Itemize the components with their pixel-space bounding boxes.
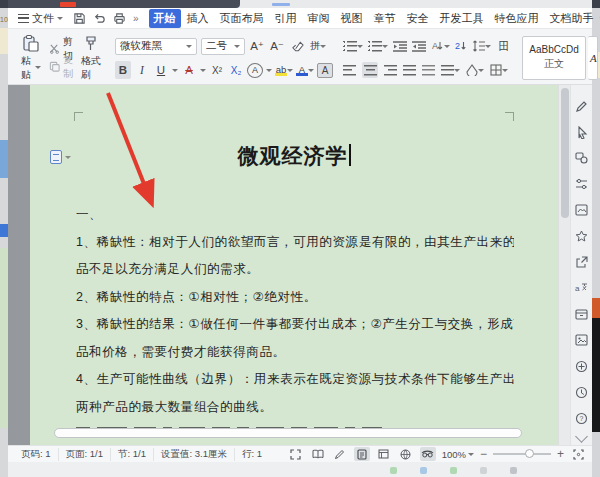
tab-page-layout[interactable]: 页面布局 (215, 9, 269, 28)
document-title[interactable]: 微观经济学 (30, 142, 558, 170)
read-mode-button[interactable] (310, 447, 326, 461)
web-view-button[interactable] (398, 447, 414, 461)
print-icon[interactable] (113, 12, 126, 25)
paste-button[interactable]: 粘贴 (17, 33, 45, 83)
pinyin-guide-button[interactable]: 拼 (309, 37, 327, 55)
tab-security[interactable]: 安全 (402, 9, 434, 28)
vertical-scrollbar[interactable] (558, 85, 570, 445)
help-circle-button[interactable]: ? (571, 405, 593, 431)
align-right-button[interactable] (384, 65, 397, 76)
tab-view[interactable]: 视图 (336, 9, 368, 28)
shapes-button[interactable] (571, 145, 593, 171)
text-line[interactable]: 两种产品的最大数量组合的曲线。 (76, 394, 514, 422)
navigation-compass-button[interactable] (571, 353, 593, 379)
style-normal[interactable]: AaBbCcDd 正文 (522, 36, 586, 80)
tab-review[interactable]: 审阅 (303, 9, 335, 28)
numbered-list-button[interactable] (368, 41, 388, 52)
increase-indent-button[interactable] (412, 41, 426, 52)
text-line[interactable]: 品不足以充分满足人们的需求。 (76, 256, 514, 284)
write-mode-button[interactable] (332, 447, 348, 461)
decrease-indent-button[interactable] (393, 41, 407, 52)
chevron-down-icon (35, 66, 41, 69)
tab-developer[interactable]: 开发工具 (435, 9, 489, 28)
text-line[interactable]: 2、稀缺性的特点：①相对性；②绝对性。 (76, 284, 514, 312)
style-partial-next[interactable]: A (588, 36, 598, 80)
layout-image-button[interactable] (571, 197, 593, 223)
file-menu-button[interactable]: 文件 (14, 11, 67, 26)
shading-button[interactable] (466, 64, 484, 76)
decrease-font-button[interactable]: A⁻ (269, 37, 285, 55)
paragraph-spacing-button[interactable] (472, 40, 491, 52)
sort-button[interactable]: 2 (455, 40, 467, 52)
image-tool-button[interactable] (571, 327, 593, 353)
text-line[interactable]: 4、生产可能性曲线（边界）：用来表示在既定资源与技术条件下能够生产出来的 (76, 366, 514, 394)
rail-collapse-chevron-icon[interactable] (575, 430, 588, 443)
text-line[interactable]: 品和价格，需要付费才能获得商品。 (76, 339, 514, 367)
status-line-number[interactable]: 行: 1 (235, 448, 269, 461)
status-page-count[interactable]: 页面: 1/1 (59, 448, 112, 461)
document-body[interactable]: 一、 1、稀缺性：相对于人们的欲望而言，可用的资源是有限的，由其生产出来的产 品… (76, 201, 514, 421)
status-page-number[interactable]: 页码: 1 (14, 448, 59, 461)
fit-page-button[interactable] (570, 447, 586, 461)
tab-references[interactable]: 引用 (270, 9, 302, 28)
clear-format-button[interactable] (289, 37, 305, 55)
text-line[interactable]: 3、稀缺性的结果：①做任何一件事都要付出成本；②产生分工与交换，形成商 (76, 311, 514, 339)
align-left-button[interactable] (343, 65, 356, 76)
tab-section[interactable]: 章节 (369, 9, 401, 28)
strikethrough-button[interactable]: A (181, 61, 197, 79)
text-line[interactable]: 一、 (76, 201, 514, 229)
zoom-out-button[interactable]: − (480, 449, 487, 459)
font-color-button[interactable]: A (296, 64, 314, 76)
horizontal-scrollbar[interactable] (54, 428, 522, 438)
align-justify-button[interactable] (403, 65, 416, 76)
favorites-star-button[interactable] (571, 223, 593, 249)
outline-view-button[interactable] (376, 447, 392, 461)
increase-font-button[interactable]: A⁺ (249, 37, 265, 55)
zoom-in-button[interactable]: + (557, 449, 564, 459)
page-view-button[interactable] (354, 447, 370, 461)
select-cursor-button[interactable] (571, 119, 593, 145)
zoom-slider-handle[interactable] (525, 449, 534, 458)
text-direction-button[interactable]: A (431, 40, 450, 52)
tab-doc-assistant[interactable]: 文档助手 (545, 9, 599, 28)
distribute-button[interactable] (422, 65, 435, 76)
zoom-level[interactable]: 100% (442, 449, 474, 460)
enclose-characters-button[interactable]: A (247, 63, 263, 78)
fullscreen-view-button[interactable] (288, 447, 304, 461)
tab-insert[interactable]: 插入 (182, 9, 214, 28)
italic-button[interactable]: I (134, 61, 150, 79)
copy-button[interactable]: 复制 (49, 59, 73, 74)
text-line[interactable]: 1、稀缺性：相对于人们的欲望而言，可用的资源是有限的，由其生产出来的产 (76, 229, 514, 257)
insert-table-button[interactable]: 田 (496, 37, 512, 55)
translate-button[interactable]: a (571, 275, 593, 301)
character-border-button[interactable]: A (317, 63, 333, 78)
subscript-button[interactable]: X₂ (228, 61, 244, 79)
status-margin-setting[interactable]: 设置值: 3.1厘米 (154, 448, 235, 461)
zoom-slider[interactable] (493, 453, 551, 455)
font-name-select[interactable]: 微软雅黑 (115, 38, 197, 55)
document-page[interactable]: 微观经济学 一、 1、稀缺性：相对于人们的欲望而言，可用的资源是有限的，由其生产… (30, 85, 558, 445)
status-section[interactable]: 节: 1/1 (111, 448, 154, 461)
eye-protection-button[interactable] (420, 447, 436, 461)
line-spacing-button[interactable] (441, 65, 460, 76)
history-clock-button[interactable] (571, 379, 593, 405)
bold-button[interactable]: B (115, 61, 131, 79)
align-center-button[interactable] (362, 62, 378, 78)
vertical-scrollbar-thumb[interactable] (561, 88, 569, 218)
save-icon[interactable] (73, 12, 86, 25)
tab-home[interactable]: 开始 (149, 9, 181, 28)
borders-button[interactable] (490, 64, 508, 76)
underline-button[interactable]: U (153, 61, 169, 79)
format-painter-button[interactable]: 格式刷 (77, 33, 105, 83)
tab-special-features[interactable]: 特色应用 (490, 9, 544, 28)
properties-button[interactable] (571, 171, 593, 197)
archive-box-button[interactable] (571, 301, 593, 327)
undo-icon[interactable] (93, 12, 106, 25)
highlight-color-button[interactable]: ab (275, 64, 293, 76)
bullet-list-button[interactable] (343, 41, 363, 52)
font-size-select[interactable]: 二号 (201, 38, 245, 55)
superscript-button[interactable]: X² (209, 61, 225, 79)
more-commands-icon[interactable]: » (133, 13, 139, 24)
edit-pen-button[interactable] (571, 93, 593, 119)
share-export-button[interactable] (571, 249, 593, 275)
